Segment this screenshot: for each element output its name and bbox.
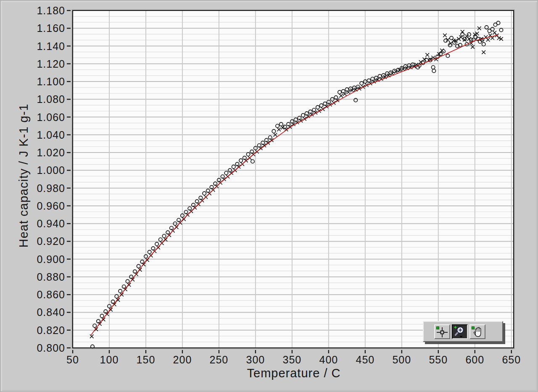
plot-background [73, 11, 514, 348]
y-tick-label: 1.120 [16, 58, 65, 70]
x-tick-label: 550 [419, 354, 457, 366]
x-tick-label: 450 [346, 354, 384, 366]
x-tick-label: 50 [54, 354, 92, 366]
x-tick-label: 650 [493, 354, 530, 366]
y-tick-label: 1.180 [16, 5, 65, 16]
zoom-tool-button[interactable] [452, 324, 468, 339]
x-tick-label: 100 [90, 354, 128, 366]
crosshair-cursor-icon [435, 325, 449, 338]
y-tick-label: 0.840 [16, 306, 65, 318]
x-tick-label: 350 [273, 354, 311, 366]
hand-pan-icon [470, 325, 485, 338]
graph-palette [423, 321, 503, 342]
y-tick-label: 0.880 [16, 271, 65, 283]
y-axis-title: Heat capacity / J K-1 g-1 [17, 104, 31, 248]
magnifier-plus-icon [453, 325, 467, 338]
y-tick-label: 1.160 [16, 22, 65, 34]
pan-tool-button[interactable] [469, 324, 485, 339]
y-tick-label: 1.140 [16, 40, 65, 52]
labview-front-panel: 0.8000.8200.8400.8600.8800.9000.9200.940… [0, 0, 538, 392]
cursor-tool-button[interactable] [434, 324, 450, 339]
y-tick-label: 0.900 [16, 253, 65, 265]
x-tick-label: 600 [456, 354, 494, 366]
x-axis-title: Temperature / C [247, 366, 341, 380]
y-tick-label: 0.800 [16, 342, 65, 354]
x-tick-label: 500 [383, 354, 421, 366]
x-tick-label: 200 [164, 354, 201, 366]
y-tick-label: 0.820 [16, 324, 65, 336]
x-tick-label: 400 [310, 354, 348, 366]
x-tick-label: 150 [127, 354, 165, 366]
x-tick-label: 250 [200, 354, 238, 366]
y-tick-label: 0.860 [16, 289, 65, 300]
y-tick-label: 1.100 [16, 76, 65, 87]
x-tick-label: 300 [237, 354, 274, 366]
